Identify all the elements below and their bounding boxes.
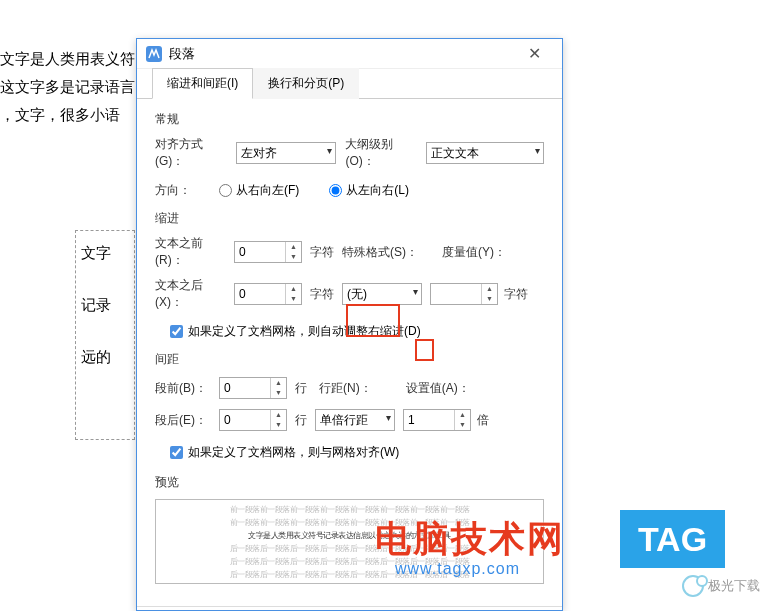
space-after-spinner[interactable]: ▲▼: [219, 409, 287, 431]
measure-spinner[interactable]: ▲▼: [430, 283, 498, 305]
spin-down-icon[interactable]: ▼: [482, 294, 497, 304]
watermark-site-name: 电脑技术网: [375, 515, 565, 564]
app-logo-icon: [145, 45, 163, 63]
alignment-select[interactable]: 左对齐: [236, 142, 336, 164]
indent-after-spinner[interactable]: ▲▼: [234, 283, 302, 305]
outline-label: 大纲级别(O)：: [345, 136, 422, 170]
bg-text-3: ，文字，很多小语: [0, 101, 135, 129]
jiguang-icon: [682, 575, 704, 597]
space-after-unit: 行: [295, 412, 307, 429]
indent-after-label: 文本之后(X)：: [155, 277, 230, 311]
special-format-select[interactable]: (无): [342, 283, 422, 305]
spin-down-icon[interactable]: ▼: [271, 420, 286, 430]
bg-text-1: 文字是人类用表义符: [0, 45, 135, 73]
tab-line-page-breaks[interactable]: 换行和分页(P): [253, 68, 359, 99]
spin-up-icon[interactable]: ▲: [271, 378, 286, 388]
spin-up-icon[interactable]: ▲: [271, 410, 286, 420]
linespace-select[interactable]: 单倍行距: [315, 409, 395, 431]
indent-after-unit: 字符: [310, 286, 334, 303]
section-preview: 预览: [155, 474, 544, 491]
watermark-site-url: www.tagxp.com: [395, 560, 520, 578]
section-spacing: 间距: [155, 351, 544, 368]
tab-indent-spacing[interactable]: 缩进和间距(I): [152, 68, 253, 99]
space-after-label: 段后(E)：: [155, 412, 215, 429]
setvalue-spinner[interactable]: ▲▼: [403, 409, 471, 431]
close-button[interactable]: ✕: [514, 44, 554, 63]
space-before-label: 段前(B)：: [155, 380, 215, 397]
outline-select[interactable]: 正文文本: [426, 142, 544, 164]
setvalue-label: 设置值(A)：: [406, 380, 470, 397]
measure-unit: 字符: [504, 286, 528, 303]
snap-grid-label: 如果定义了文档网格，则与网格对齐(W): [188, 444, 399, 461]
titlebar: 段落 ✕: [137, 39, 562, 69]
setvalue-unit: 倍: [477, 412, 489, 429]
measure-label: 度量值(Y)：: [442, 244, 506, 261]
jiguang-logo: 极光下载: [682, 575, 760, 597]
dialog-title: 段落: [169, 45, 514, 63]
indent-before-unit: 字符: [310, 244, 334, 261]
linespace-label: 行距(N)：: [319, 380, 372, 397]
spin-down-icon[interactable]: ▼: [286, 294, 301, 304]
bg-selection-box: 文字 记录 远的: [75, 230, 135, 440]
ltr-label: 从左向右(L): [346, 182, 409, 199]
special-format-label: 特殊格式(S)：: [342, 244, 418, 261]
spin-down-icon[interactable]: ▼: [455, 420, 470, 430]
bg-row-3: 远的: [81, 345, 129, 369]
indent-before-label: 文本之前(R)：: [155, 235, 230, 269]
space-before-unit: 行: [295, 380, 307, 397]
spin-down-icon[interactable]: ▼: [271, 388, 286, 398]
spin-up-icon[interactable]: ▲: [286, 284, 301, 294]
spin-down-icon[interactable]: ▼: [286, 252, 301, 262]
spin-up-icon[interactable]: ▲: [286, 242, 301, 252]
direction-label: 方向：: [155, 182, 215, 199]
direction-ltr-radio[interactable]: 从左向右(L): [329, 182, 409, 199]
auto-adjust-label: 如果定义了文档网格，则自动调整右缩进(D): [188, 323, 421, 340]
dialog-footer: 制表位(T)... ▶操作技巧 确定 取消: [137, 606, 562, 611]
snap-grid-checkbox[interactable]: 如果定义了文档网格，则与网格对齐(W): [170, 444, 399, 461]
section-general: 常规: [155, 111, 544, 128]
space-before-spinner[interactable]: ▲▼: [219, 377, 287, 399]
indent-before-spinner[interactable]: ▲▼: [234, 241, 302, 263]
auto-adjust-checkbox[interactable]: 如果定义了文档网格，则自动调整右缩进(D): [170, 323, 421, 340]
bg-row-2: 记录: [81, 293, 129, 317]
direction-rtl-radio[interactable]: 从右向左(F): [219, 182, 299, 199]
tag-badge: TAG: [620, 510, 725, 568]
tab-bar: 缩进和间距(I) 换行和分页(P): [137, 69, 562, 99]
jiguang-label: 极光下载: [708, 577, 760, 595]
spin-up-icon[interactable]: ▲: [482, 284, 497, 294]
bg-text-2: 这文字多是记录语言: [0, 73, 135, 101]
section-indent: 缩进: [155, 210, 544, 227]
bg-row-1: 文字: [81, 241, 129, 265]
preview-ghost: 前一段落前一段落前一段落前一段落前一段落前一段落前一段落前一段落: [230, 504, 470, 515]
spin-up-icon[interactable]: ▲: [455, 410, 470, 420]
alignment-label: 对齐方式(G)：: [155, 136, 232, 170]
rtl-label: 从右向左(F): [236, 182, 299, 199]
